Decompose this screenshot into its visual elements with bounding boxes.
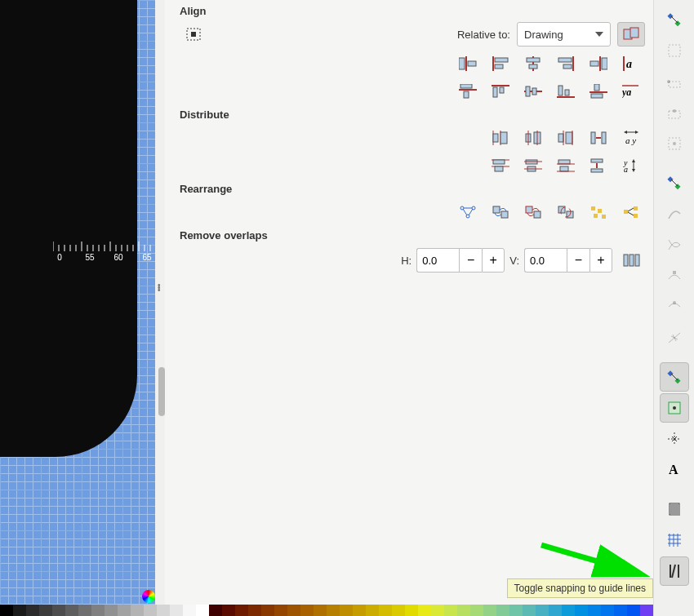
- unclump-button[interactable]: [617, 200, 645, 224]
- swatch[interactable]: [353, 605, 366, 616]
- swatch[interactable]: [562, 605, 575, 616]
- distribute-vequal-button[interactable]: ya: [617, 153, 645, 178]
- distribute-left-button[interactable]: [487, 126, 514, 150]
- align-left-button[interactable]: [487, 51, 514, 76]
- align-vcenter-button[interactable]: [519, 79, 547, 104]
- align-bottom-button[interactable]: [552, 79, 580, 104]
- swatch[interactable]: [509, 605, 523, 616]
- align-left-out-button[interactable]: [454, 51, 482, 76]
- graph-layout-button[interactable]: [454, 200, 482, 224]
- align-top-out-button[interactable]: [454, 79, 482, 104]
- swatch[interactable]: [470, 605, 483, 616]
- exchange-rotation-button[interactable]: [552, 200, 580, 224]
- swatch[interactable]: [405, 605, 418, 616]
- align-right-button[interactable]: [552, 51, 580, 76]
- swatch[interactable]: [248, 605, 261, 616]
- treat-as-group-button[interactable]: [617, 22, 645, 47]
- swatch[interactable]: [496, 605, 509, 616]
- swatch[interactable]: [601, 605, 614, 616]
- scrollbar-thumb[interactable]: [158, 367, 165, 416]
- swatch[interactable]: [78, 605, 91, 616]
- distribute-right-button[interactable]: [552, 126, 580, 150]
- distribute-hcenter-button[interactable]: [519, 126, 547, 150]
- align-hcenter-button[interactable]: [519, 51, 547, 76]
- v-minus-button[interactable]: −: [567, 248, 589, 273]
- swatch[interactable]: [105, 605, 118, 616]
- swatch[interactable]: [627, 605, 640, 616]
- h-input[interactable]: [416, 248, 459, 273]
- swatch[interactable]: [196, 605, 209, 616]
- swatch[interactable]: [274, 605, 287, 616]
- remove-overlaps-button[interactable]: [617, 248, 645, 273]
- snap-bbox-edge-icon[interactable]: [660, 36, 689, 65]
- swatch[interactable]: [261, 605, 274, 616]
- snap-page-border-icon[interactable]: [660, 494, 689, 524]
- swatch[interactable]: [379, 605, 392, 616]
- snap-others-icon[interactable]: [660, 362, 689, 392]
- distribute-top-button[interactable]: [487, 153, 514, 178]
- snap-cusp-icon[interactable]: [660, 261, 689, 290]
- swatch[interactable]: [483, 605, 496, 616]
- swatch[interactable]: [65, 605, 78, 616]
- swatch[interactable]: [170, 605, 183, 616]
- swatch[interactable]: [549, 605, 562, 616]
- swatch[interactable]: [314, 605, 327, 616]
- align-text-left-button[interactable]: a: [617, 51, 645, 76]
- h-minus-button[interactable]: −: [459, 248, 482, 273]
- snap-nodes-icon[interactable]: [660, 168, 689, 197]
- swatch[interactable]: [340, 605, 353, 616]
- swatch[interactable]: [157, 605, 170, 616]
- color-palette[interactable]: [0, 605, 653, 616]
- swatch[interactable]: [118, 605, 131, 616]
- relative-to-dropdown[interactable]: Drawing: [517, 22, 611, 47]
- swatch[interactable]: [300, 605, 314, 616]
- align-to-page-button[interactable]: [180, 22, 207, 47]
- align-right-out-button[interactable]: [585, 51, 612, 76]
- align-top-button[interactable]: [487, 79, 514, 104]
- swatch[interactable]: [131, 605, 144, 616]
- snap-path-icon[interactable]: [660, 199, 689, 228]
- swatch[interactable]: [523, 605, 536, 616]
- snap-bbox-center-icon[interactable]: [660, 129, 689, 158]
- distribute-vcenter-button[interactable]: [519, 153, 547, 178]
- snap-bbox-edge-mid-icon[interactable]: [660, 98, 689, 127]
- distribute-bottom-button[interactable]: [552, 153, 580, 178]
- swatch[interactable]: [444, 605, 457, 616]
- swatch[interactable]: [91, 605, 105, 616]
- swatch[interactable]: [13, 605, 26, 616]
- distribute-hequal-button[interactable]: a y: [617, 126, 645, 150]
- exchange-zorder-button[interactable]: [519, 200, 547, 224]
- snap-smooth-icon[interactable]: [660, 292, 689, 321]
- snap-text-baseline-icon[interactable]: A: [660, 455, 689, 485]
- swatch[interactable]: [588, 605, 601, 616]
- swatch[interactable]: [418, 605, 431, 616]
- exchange-position-button[interactable]: [487, 200, 514, 224]
- v-input[interactable]: [524, 248, 567, 273]
- snap-intersection-icon[interactable]: [660, 230, 689, 259]
- swatch[interactable]: [536, 605, 549, 616]
- align-bottom-out-button[interactable]: [585, 79, 612, 104]
- randomize-button[interactable]: [585, 200, 612, 224]
- snap-object-center-icon[interactable]: [660, 393, 689, 423]
- swatch[interactable]: [640, 605, 653, 616]
- swatch[interactable]: [26, 605, 39, 616]
- distribute-vgap-button[interactable]: [585, 153, 612, 178]
- swatch[interactable]: [457, 605, 470, 616]
- distribute-hgap-button[interactable]: [585, 126, 612, 150]
- swatch[interactable]: [327, 605, 340, 616]
- swatch[interactable]: [614, 605, 627, 616]
- swatch[interactable]: [52, 605, 65, 616]
- snap-lineseg-icon[interactable]: [660, 323, 689, 352]
- canvas-area[interactable]: 0 55 60 65: [0, 0, 155, 616]
- snap-grid-icon[interactable]: [660, 525, 689, 555]
- swatch[interactable]: [392, 605, 405, 616]
- swatch[interactable]: [235, 605, 248, 616]
- swatch[interactable]: [431, 605, 444, 616]
- snap-bbox-corner-icon[interactable]: [660, 67, 689, 96]
- snap-bbox-icon[interactable]: [660, 5, 689, 34]
- swatch[interactable]: [575, 605, 588, 616]
- h-plus-button[interactable]: +: [482, 248, 505, 273]
- canvas-shape-rect[interactable]: [0, 0, 137, 457]
- panel-grip-icon[interactable]: •••: [158, 284, 161, 291]
- swatch[interactable]: [183, 605, 196, 616]
